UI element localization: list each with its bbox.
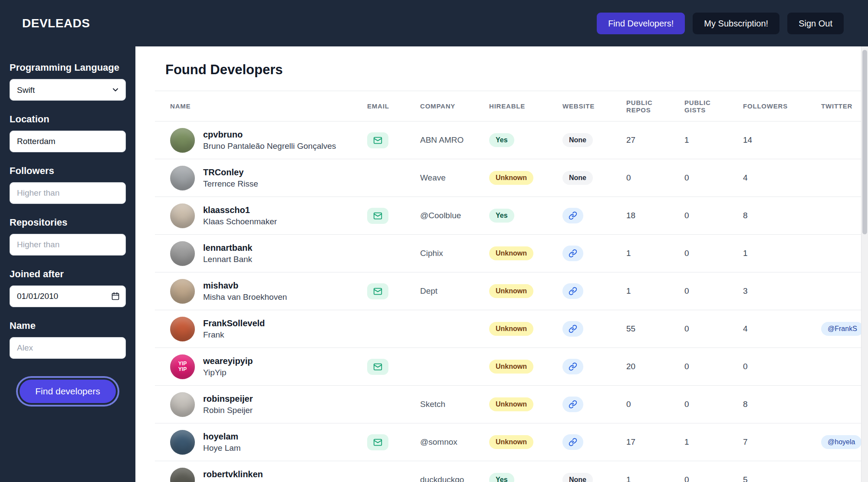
table-row: FrankSolleveldFrankUnknown5504@FrankS [155,310,868,348]
followers-cell: 5 [743,461,821,482]
brand-logo: DEVLEADS [22,16,90,30]
followers-cell: 14 [743,121,821,159]
column-header-email: EMAIL [367,91,420,121]
programming-language-field: Programming Language Swift [10,62,126,101]
followers-cell: 3 [743,272,821,310]
developer-username: FrankSolleveld [203,318,265,329]
website-link-icon[interactable] [562,246,583,261]
avatar [170,279,195,304]
my-subscription-button[interactable]: My Subscription! [693,13,779,34]
avatar-logo-text: YIP YIP [175,361,191,372]
followers-label: Followers [10,165,126,177]
column-header-public-repos: PUBLIC REPOS [626,91,684,121]
hireable-badge: Unknown [489,397,533,411]
scrollbar[interactable] [861,46,868,482]
location-input[interactable] [10,131,126,152]
name-label: Name [10,320,126,331]
followers-input[interactable] [10,182,126,204]
location-label: Location [10,114,126,125]
public-repos-cell: 18 [626,197,684,235]
public-gists-cell: 0 [684,159,743,197]
developer-username: hoyelam [203,431,241,443]
column-header-hireable: HIREABLE [489,91,562,121]
website-link-icon[interactable] [562,397,583,412]
website-link-icon[interactable] [562,359,583,374]
website-link-icon[interactable] [562,208,583,223]
repositories-input[interactable] [10,234,126,256]
hireable-badge: Unknown [489,322,533,336]
developer-fullname: Robin Speijer [203,405,253,416]
sign-out-button[interactable]: Sign Out [787,13,844,34]
table-row: robertvklinkenRobertduckduckgoYesNone105 [155,461,868,482]
avatar [170,317,195,341]
company-cell: Sketch [420,386,489,423]
website-link-icon[interactable] [562,321,583,337]
followers-cell: 0 [743,348,821,386]
location-field: Location [10,114,126,152]
table-row: YIP YIPweareyipyipYipYipUnknown2000 [155,348,868,386]
page-title: Found Developers [165,62,868,78]
public-gists-cell: 0 [684,461,743,482]
company-cell: duckduckgo [420,461,489,482]
developer-username: TRConley [203,167,258,178]
programming-language-select[interactable]: Swift [10,79,126,101]
developer-username: lennartbank [203,242,252,254]
hireable-badge: Yes [489,209,514,223]
hireable-badge: Unknown [489,284,533,298]
main-panel: Found Developers NAME EMAIL COMPANY HIRE… [135,46,868,482]
developer-fullname: Terrence Risse [203,178,258,190]
public-repos-cell: 1 [626,461,684,482]
table-row: lennartbankLennart BankCiphixUnknown101 [155,235,868,272]
public-gists-cell: 0 [684,310,743,348]
joined-after-field: Joined after [10,269,126,307]
developer-fullname: Klaas Schoenmaker [203,216,277,227]
company-cell: Weave [420,159,489,197]
public-repos-cell: 1 [626,272,684,310]
email-icon[interactable] [367,132,388,148]
public-gists-cell: 0 [684,386,743,423]
email-icon[interactable] [367,283,388,299]
developer-username: cpvbruno [203,129,336,141]
developer-username: robertvklinken [203,469,263,480]
public-repos-cell: 17 [626,423,684,461]
find-developers-nav-button[interactable]: Find Developers! [597,13,685,34]
public-repos-cell: 27 [626,121,684,159]
followers-cell: 1 [743,235,821,272]
twitter-badge[interactable]: @hoyela [821,435,861,449]
repositories-field: Repositories [10,217,126,256]
public-gists-cell: 0 [684,235,743,272]
public-repos-cell: 0 [626,159,684,197]
find-developers-submit-button[interactable]: Find developers [20,380,115,403]
email-icon[interactable] [367,208,388,224]
scrollbar-thumb[interactable] [862,50,867,234]
table-row: hoyelamHoye Lam@somnoxUnknown1717@hoyela [155,423,868,461]
followers-cell: 8 [743,197,821,235]
hireable-badge: Unknown [489,171,533,185]
header-actions: Find Developers! My Subscription! Sign O… [597,13,844,34]
followers-cell: 4 [743,310,821,348]
public-gists-cell: 1 [684,121,743,159]
hireable-badge: Unknown [489,360,533,374]
followers-cell: 8 [743,386,821,423]
website-link-icon[interactable] [562,283,583,299]
joined-after-date-input[interactable] [10,285,126,307]
developers-table: NAME EMAIL COMPANY HIREABLE WEBSITE PUBL… [155,91,868,482]
hireable-badge: Unknown [489,246,533,260]
email-icon[interactable] [367,434,388,450]
developer-fullname: Robert [203,480,263,482]
company-cell: @somnox [420,423,489,461]
public-repos-cell: 0 [626,386,684,423]
filter-sidebar: Programming Language Swift Location Foll… [0,46,135,482]
avatar [170,203,195,228]
website-link-icon[interactable] [562,434,583,450]
company-cell [420,310,489,348]
table-header-row: NAME EMAIL COMPANY HIREABLE WEBSITE PUBL… [155,91,868,121]
avatar [170,392,195,417]
developer-fullname: Misha van Broekhoven [203,292,287,303]
email-icon[interactable] [367,359,388,375]
table-row: TRConleyTerrence RisseWeaveUnknownNone00… [155,159,868,197]
public-gists-cell: 0 [684,272,743,310]
twitter-badge[interactable]: @FrankS [821,322,864,336]
developer-username: mishavb [203,280,287,292]
name-input[interactable] [10,337,126,359]
